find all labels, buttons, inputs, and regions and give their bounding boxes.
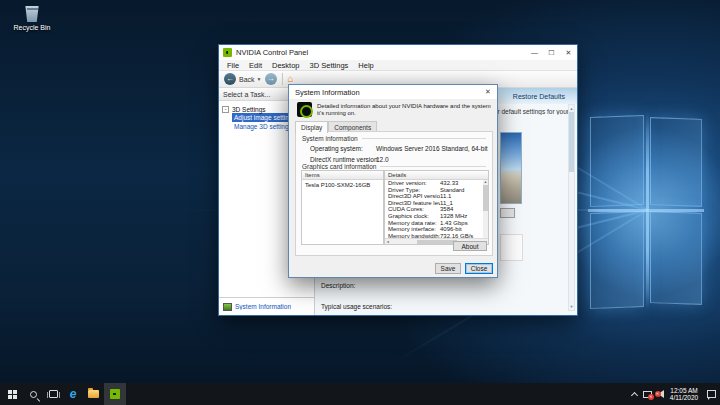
error-badge-icon: ✕: [655, 391, 661, 397]
items-column-header: Items: [302, 171, 383, 180]
directx-label: DirectX runtime version:: [310, 156, 376, 163]
os-value: Windows Server 2016 Standard, 64-bit: [376, 145, 488, 152]
home-icon[interactable]: ⌂: [288, 74, 294, 84]
taskbar: e ✕ ✕ 12:05 AM 4/11/2020: [0, 383, 720, 405]
menu-3d-settings[interactable]: 3D Settings: [305, 61, 354, 70]
file-explorer-icon: [88, 390, 99, 398]
detail-value: 11.1: [440, 193, 451, 200]
search-button[interactable]: [24, 383, 42, 405]
items-list[interactable]: Items Tesla P100-SXM2-16GB: [301, 170, 384, 245]
detail-row: Driver version: 432.33: [385, 180, 483, 187]
os-label: Operating system:: [310, 145, 376, 152]
graphics-group-heading: Graphics card information: [302, 163, 486, 170]
restore-defaults-button[interactable]: Restore Defaults: [513, 93, 565, 100]
detail-row: Memory data rate: 1.43 Gbps: [385, 220, 483, 227]
detail-row: Graphics clock: 1328 MHz: [385, 213, 483, 220]
forward-button[interactable]: →: [265, 73, 277, 85]
close-button[interactable]: Close: [465, 263, 493, 274]
window-controls: — ☐ ✕: [526, 45, 577, 60]
detail-value: 11_1: [440, 200, 453, 207]
partial-button[interactable]: [500, 208, 515, 218]
scroll-up-icon[interactable]: ▲: [569, 106, 574, 111]
back-dropdown-icon[interactable]: ▼: [257, 76, 262, 82]
detail-row: Memory interface: 4096-bit: [385, 226, 483, 233]
display-icon: ✕: [643, 391, 652, 398]
back-arrow-icon: ←: [226, 74, 234, 83]
window-title: NVIDIA Control Panel: [236, 48, 308, 57]
menu-file[interactable]: File: [222, 61, 244, 70]
scrollbar-thumb[interactable]: [483, 185, 488, 211]
save-button[interactable]: Save: [435, 263, 461, 274]
os-row: Operating system: Windows Server 2016 St…: [310, 145, 486, 152]
nvidia-control-panel-taskbar-button[interactable]: [104, 383, 126, 405]
gpu-item[interactable]: Tesla P100-SXM2-16GB: [302, 180, 383, 188]
tray-overflow-button[interactable]: [628, 383, 640, 405]
recycle-bin-label: Recycle Bin: [10, 24, 54, 31]
system-information-link[interactable]: System Information: [235, 303, 291, 310]
directx-row: DirectX runtime version: 12.0: [310, 156, 486, 163]
action-center-button[interactable]: [703, 383, 719, 405]
details-list[interactable]: Details Driver version: 432.33 Driver Ty…: [384, 170, 489, 245]
tray-display-status[interactable]: ✕: [641, 383, 654, 405]
title-bar[interactable]: NVIDIA Control Panel — ☐ ✕: [219, 45, 577, 60]
nvidia-badge-icon: [297, 102, 312, 117]
display-tab-panel: System information Operating system: Win…: [295, 131, 493, 256]
detail-rows: Driver version: 432.33 Driver Type: Stan…: [385, 180, 483, 238]
dialog-title-bar[interactable]: System Information ✕: [289, 85, 497, 99]
task-view-button[interactable]: [44, 383, 62, 405]
taskbar-clock[interactable]: 12:05 AM 4/11/2020: [666, 383, 702, 405]
start-button[interactable]: [2, 383, 22, 405]
3d-preview-image: [500, 132, 522, 204]
internet-explorer-button[interactable]: e: [64, 383, 82, 405]
scroll-left-icon[interactable]: ◄: [386, 240, 389, 244]
detail-value: 432.33: [440, 180, 458, 187]
tab-display[interactable]: Display: [295, 121, 328, 133]
close-icon[interactable]: ✕: [560, 45, 577, 60]
detail-value: 4096-bit: [440, 226, 462, 233]
details-vertical-scrollbar[interactable]: ▲: [483, 180, 488, 238]
scroll-up-icon[interactable]: ▲: [483, 180, 488, 184]
wallpaper-window-pane: [650, 117, 702, 207]
menu-edit[interactable]: Edit: [244, 61, 267, 70]
chevron-up-icon: [630, 392, 637, 399]
about-button[interactable]: About: [453, 241, 487, 251]
main-scrollbar[interactable]: ▲ ▼: [568, 104, 575, 311]
scrollbar-thumb[interactable]: [569, 112, 574, 172]
recycle-bin-icon: [25, 6, 40, 22]
wallpaper-window-pane: [590, 211, 644, 309]
system-info-group-heading: System information: [302, 135, 486, 142]
speaker-icon: ✕: [658, 390, 664, 398]
menu-help[interactable]: Help: [353, 61, 378, 70]
task-view-icon: [49, 390, 58, 398]
detail-row: Direct3D API version: 11.1: [385, 193, 483, 200]
minimize-icon[interactable]: —: [526, 45, 543, 60]
wallpaper-window-pane: [650, 211, 702, 305]
dialog-header: Detailed information about your NVIDIA h…: [297, 102, 491, 117]
file-explorer-button[interactable]: [84, 383, 102, 405]
system-information-icon: [223, 303, 232, 311]
directx-value: 12.0: [376, 156, 389, 163]
detail-label: Memory data rate:: [388, 220, 440, 227]
scrollbar-thumb[interactable]: [417, 240, 457, 244]
group-rule: [380, 166, 486, 167]
group-heading-label: System information: [302, 135, 358, 142]
recycle-bin-shortcut[interactable]: Recycle Bin: [10, 6, 54, 31]
detail-label: CUDA Cores:: [388, 206, 440, 213]
dialog-intro-text: Detailed information about your NVIDIA h…: [317, 102, 491, 117]
back-button-label: Back: [239, 76, 255, 83]
dialog-close-icon[interactable]: ✕: [479, 85, 497, 99]
desktop: Recycle Bin NVIDIA Control Panel — ☐ ✕ F…: [0, 0, 720, 405]
detail-label: Direct3D API version:: [388, 193, 440, 200]
detail-label: Driver version:: [388, 180, 440, 187]
nvidia-app-icon: [110, 389, 120, 399]
back-button[interactable]: ←: [224, 73, 236, 85]
detail-label: Graphics clock:: [388, 213, 440, 220]
details-column-header: Details: [385, 171, 488, 180]
collapse-icon[interactable]: -: [222, 106, 229, 113]
maximize-icon[interactable]: ☐: [543, 45, 560, 60]
menu-desktop[interactable]: Desktop: [267, 61, 305, 70]
description-label: Description:: [321, 282, 355, 289]
detail-value: 3584: [440, 206, 453, 213]
scroll-down-icon[interactable]: ▼: [569, 304, 574, 309]
detail-label: Driver Type:: [388, 187, 440, 194]
